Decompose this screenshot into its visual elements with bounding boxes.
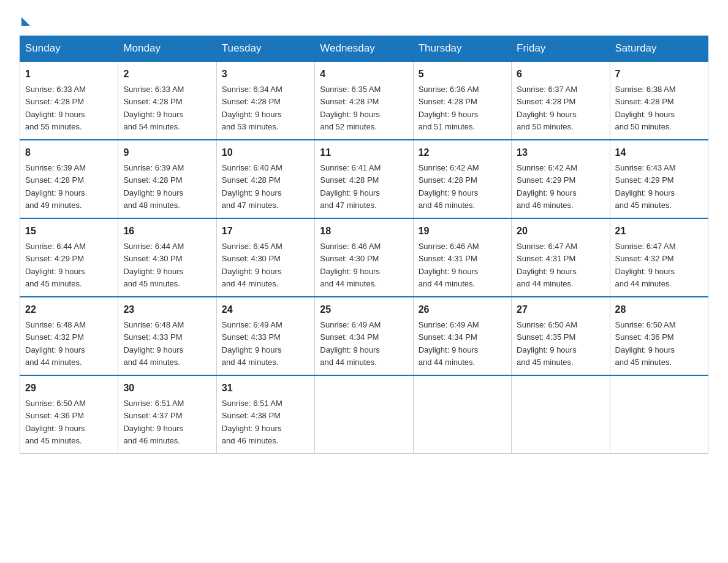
day-number: 18: [320, 224, 408, 239]
day-info: Sunrise: 6:45 AMSunset: 4:30 PMDaylight:…: [222, 242, 282, 288]
day-number: 10: [222, 145, 309, 160]
day-number: 22: [25, 302, 113, 317]
day-info: Sunrise: 6:44 AMSunset: 4:29 PMDaylight:…: [25, 242, 86, 288]
day-number: 26: [419, 302, 506, 317]
day-number: 17: [222, 224, 309, 239]
day-number: 25: [320, 302, 408, 317]
calendar-day-cell: 30 Sunrise: 6:51 AMSunset: 4:37 PMDaylig…: [118, 375, 216, 454]
day-info: Sunrise: 6:49 AMSunset: 4:34 PMDaylight:…: [419, 320, 479, 367]
day-number: 8: [25, 145, 113, 160]
calendar-week-row: 1 Sunrise: 6:33 AMSunset: 4:28 PMDayligh…: [20, 61, 708, 140]
calendar-day-cell: 14 Sunrise: 6:43 AMSunset: 4:29 PMDaylig…: [610, 140, 708, 218]
day-info: Sunrise: 6:47 AMSunset: 4:31 PMDaylight:…: [517, 242, 577, 288]
day-info: Sunrise: 6:44 AMSunset: 4:30 PMDaylight:…: [123, 242, 184, 288]
day-number: 28: [615, 302, 703, 317]
calendar-header-row: SundayMondayTuesdayWednesdayThursdayFrid…: [20, 36, 708, 62]
day-info: Sunrise: 6:48 AMSunset: 4:32 PMDaylight:…: [25, 320, 86, 367]
calendar-day-cell: 28 Sunrise: 6:50 AMSunset: 4:36 PMDaylig…: [610, 297, 708, 375]
calendar-day-cell: 19 Sunrise: 6:46 AMSunset: 4:31 PMDaylig…: [413, 218, 511, 297]
day-info: Sunrise: 6:43 AMSunset: 4:29 PMDaylight:…: [615, 163, 676, 210]
day-info: Sunrise: 6:38 AMSunset: 4:28 PMDaylight:…: [615, 85, 676, 131]
day-info: Sunrise: 6:50 AMSunset: 4:36 PMDaylight:…: [25, 399, 86, 445]
day-of-week-header: Sunday: [20, 36, 118, 62]
calendar-week-row: 15 Sunrise: 6:44 AMSunset: 4:29 PMDaylig…: [20, 218, 708, 297]
day-number: 14: [615, 145, 703, 160]
logo: [20, 15, 30, 23]
day-of-week-header: Wednesday: [315, 36, 413, 62]
day-number: 11: [320, 145, 408, 160]
calendar-day-cell: 26 Sunrise: 6:49 AMSunset: 4:34 PMDaylig…: [413, 297, 511, 375]
day-info: Sunrise: 6:50 AMSunset: 4:36 PMDaylight:…: [615, 320, 676, 367]
day-info: Sunrise: 6:51 AMSunset: 4:37 PMDaylight:…: [123, 399, 184, 445]
calendar-day-cell: 6 Sunrise: 6:37 AMSunset: 4:28 PMDayligh…: [512, 61, 610, 140]
day-info: Sunrise: 6:33 AMSunset: 4:28 PMDaylight:…: [25, 85, 86, 131]
day-info: Sunrise: 6:51 AMSunset: 4:38 PMDaylight:…: [222, 399, 282, 445]
day-number: 7: [615, 67, 703, 82]
day-info: Sunrise: 6:42 AMSunset: 4:28 PMDaylight:…: [419, 163, 479, 210]
day-info: Sunrise: 6:46 AMSunset: 4:31 PMDaylight:…: [419, 242, 479, 288]
day-number: 16: [123, 224, 211, 239]
calendar-day-cell: 13 Sunrise: 6:42 AMSunset: 4:29 PMDaylig…: [512, 140, 610, 218]
day-number: 3: [222, 67, 309, 82]
day-number: 1: [25, 67, 113, 82]
day-info: Sunrise: 6:49 AMSunset: 4:34 PMDaylight:…: [320, 320, 381, 367]
day-info: Sunrise: 6:35 AMSunset: 4:28 PMDaylight:…: [320, 85, 381, 131]
day-number: 21: [615, 224, 703, 239]
calendar-day-cell: 12 Sunrise: 6:42 AMSunset: 4:28 PMDaylig…: [413, 140, 511, 218]
calendar-day-cell: 15 Sunrise: 6:44 AMSunset: 4:29 PMDaylig…: [20, 218, 118, 297]
calendar-day-cell: 1 Sunrise: 6:33 AMSunset: 4:28 PMDayligh…: [20, 61, 118, 140]
day-number: 13: [517, 145, 604, 160]
calendar-week-row: 29 Sunrise: 6:50 AMSunset: 4:36 PMDaylig…: [20, 375, 708, 454]
calendar-week-row: 22 Sunrise: 6:48 AMSunset: 4:32 PMDaylig…: [20, 297, 708, 375]
calendar-day-cell: 21 Sunrise: 6:47 AMSunset: 4:32 PMDaylig…: [610, 218, 708, 297]
day-info: Sunrise: 6:47 AMSunset: 4:32 PMDaylight:…: [615, 242, 676, 288]
calendar-day-cell: 20 Sunrise: 6:47 AMSunset: 4:31 PMDaylig…: [512, 218, 610, 297]
day-number: 6: [517, 67, 604, 82]
calendar-day-cell: 11 Sunrise: 6:41 AMSunset: 4:28 PMDaylig…: [315, 140, 413, 218]
day-info: Sunrise: 6:48 AMSunset: 4:33 PMDaylight:…: [123, 320, 184, 367]
day-info: Sunrise: 6:39 AMSunset: 4:28 PMDaylight:…: [25, 163, 86, 210]
day-of-week-header: Thursday: [413, 36, 511, 62]
logo-arrow-icon: [21, 17, 30, 26]
day-number: 19: [419, 224, 506, 239]
day-info: Sunrise: 6:46 AMSunset: 4:30 PMDaylight:…: [320, 242, 381, 288]
calendar-day-cell: 9 Sunrise: 6:39 AMSunset: 4:28 PMDayligh…: [118, 140, 216, 218]
day-info: Sunrise: 6:39 AMSunset: 4:28 PMDaylight:…: [123, 163, 184, 210]
calendar-day-cell: 18 Sunrise: 6:46 AMSunset: 4:30 PMDaylig…: [315, 218, 413, 297]
day-info: Sunrise: 6:40 AMSunset: 4:28 PMDaylight:…: [222, 163, 282, 210]
calendar-day-cell: 3 Sunrise: 6:34 AMSunset: 4:28 PMDayligh…: [216, 61, 314, 140]
empty-cell: [413, 375, 511, 454]
day-of-week-header: Monday: [118, 36, 216, 62]
calendar-day-cell: 4 Sunrise: 6:35 AMSunset: 4:28 PMDayligh…: [315, 61, 413, 140]
day-number: 12: [419, 145, 506, 160]
calendar-day-cell: 5 Sunrise: 6:36 AMSunset: 4:28 PMDayligh…: [413, 61, 511, 140]
day-number: 4: [320, 67, 408, 82]
day-number: 23: [123, 302, 211, 317]
day-info: Sunrise: 6:50 AMSunset: 4:35 PMDaylight:…: [517, 320, 577, 367]
calendar-day-cell: 24 Sunrise: 6:49 AMSunset: 4:33 PMDaylig…: [216, 297, 314, 375]
calendar-day-cell: 2 Sunrise: 6:33 AMSunset: 4:28 PMDayligh…: [118, 61, 216, 140]
calendar-day-cell: 25 Sunrise: 6:49 AMSunset: 4:34 PMDaylig…: [315, 297, 413, 375]
day-number: 2: [123, 67, 211, 82]
calendar-week-row: 8 Sunrise: 6:39 AMSunset: 4:28 PMDayligh…: [20, 140, 708, 218]
calendar-day-cell: 10 Sunrise: 6:40 AMSunset: 4:28 PMDaylig…: [216, 140, 314, 218]
day-number: 20: [517, 224, 604, 239]
day-number: 31: [222, 381, 309, 396]
day-info: Sunrise: 6:36 AMSunset: 4:28 PMDaylight:…: [419, 85, 479, 131]
calendar-day-cell: 27 Sunrise: 6:50 AMSunset: 4:35 PMDaylig…: [512, 297, 610, 375]
calendar-day-cell: 7 Sunrise: 6:38 AMSunset: 4:28 PMDayligh…: [610, 61, 708, 140]
day-info: Sunrise: 6:42 AMSunset: 4:29 PMDaylight:…: [517, 163, 577, 210]
empty-cell: [315, 375, 413, 454]
empty-cell: [610, 375, 708, 454]
day-number: 5: [419, 67, 506, 82]
day-info: Sunrise: 6:33 AMSunset: 4:28 PMDaylight:…: [123, 85, 184, 131]
calendar-day-cell: 22 Sunrise: 6:48 AMSunset: 4:32 PMDaylig…: [20, 297, 118, 375]
calendar-day-cell: 16 Sunrise: 6:44 AMSunset: 4:30 PMDaylig…: [118, 218, 216, 297]
calendar-day-cell: 17 Sunrise: 6:45 AMSunset: 4:30 PMDaylig…: [216, 218, 314, 297]
day-info: Sunrise: 6:37 AMSunset: 4:28 PMDaylight:…: [517, 85, 577, 131]
empty-cell: [512, 375, 610, 454]
day-number: 27: [517, 302, 604, 317]
day-info: Sunrise: 6:49 AMSunset: 4:33 PMDaylight:…: [222, 320, 282, 367]
day-number: 24: [222, 302, 309, 317]
page-header: [20, 15, 708, 23]
